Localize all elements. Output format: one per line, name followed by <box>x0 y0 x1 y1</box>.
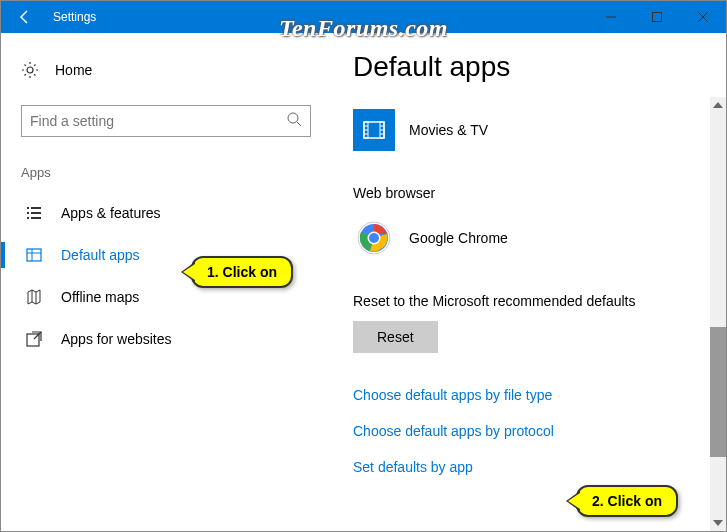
category-video-player <box>353 95 716 97</box>
svg-rect-5 <box>27 207 29 209</box>
svg-rect-1 <box>653 13 662 22</box>
search-input[interactable] <box>30 113 286 129</box>
svg-rect-7 <box>27 212 29 214</box>
nav-label: Default apps <box>61 247 140 263</box>
link-choose-by-protocol[interactable]: Choose default apps by protocol <box>353 413 716 449</box>
home-label: Home <box>55 62 92 78</box>
open-icon <box>25 330 43 348</box>
scrollbar[interactable] <box>710 97 726 531</box>
link-choose-by-filetype[interactable]: Choose default apps by file type <box>353 377 716 413</box>
defaults-icon <box>25 246 43 264</box>
svg-rect-10 <box>31 217 41 219</box>
titlebar: Settings <box>1 1 726 33</box>
search-box[interactable] <box>21 105 311 137</box>
map-icon <box>25 288 43 306</box>
reset-button[interactable]: Reset <box>353 321 438 353</box>
page-title: Default apps <box>353 51 716 83</box>
svg-point-3 <box>288 113 298 123</box>
window-title: Settings <box>49 10 96 24</box>
app-name: Movies & TV <box>409 122 488 138</box>
main-panel: Default apps Movies & TV Web browser Goo… <box>329 33 726 531</box>
sidebar-item-apps-features[interactable]: Apps & features <box>21 192 329 234</box>
category-web-browser: Web browser <box>353 185 716 201</box>
svg-line-17 <box>34 332 41 339</box>
sidebar-item-apps-websites[interactable]: Apps for websites <box>21 318 329 360</box>
link-set-defaults-by-app[interactable]: Set defaults by app <box>353 449 716 485</box>
app-tile-chrome[interactable]: Google Chrome <box>353 211 716 265</box>
svg-point-30 <box>369 233 379 243</box>
gear-icon <box>21 61 39 79</box>
svg-rect-6 <box>31 207 41 209</box>
callout-step-1: 1. Click on <box>191 256 293 288</box>
scrollbar-thumb[interactable] <box>710 327 726 457</box>
maximize-button[interactable] <box>634 1 680 33</box>
list-icon <box>25 204 43 222</box>
app-tile-movies-tv[interactable]: Movies & TV <box>353 103 716 157</box>
home-link[interactable]: Home <box>21 53 329 87</box>
back-button[interactable] <box>1 1 49 33</box>
reset-description: Reset to the Microsoft recommended defau… <box>353 293 716 309</box>
scroll-area[interactable]: Movies & TV Web browser Google Chrome Re… <box>353 95 716 532</box>
search-icon <box>286 111 302 131</box>
nav-label: Apps & features <box>61 205 161 221</box>
app-name: Google Chrome <box>409 230 508 246</box>
svg-rect-8 <box>31 212 41 214</box>
scroll-up-arrow[interactable] <box>710 97 726 113</box>
svg-rect-11 <box>27 249 41 261</box>
minimize-button[interactable] <box>588 1 634 33</box>
nav-label: Apps for websites <box>61 331 172 347</box>
callout-step-2: 2. Click on <box>576 485 678 517</box>
svg-rect-9 <box>27 217 29 219</box>
section-label: Apps <box>21 165 329 180</box>
nav-label: Offline maps <box>61 289 139 305</box>
close-button[interactable] <box>680 1 726 33</box>
svg-point-2 <box>27 67 33 73</box>
movies-tv-icon <box>353 109 395 151</box>
svg-line-4 <box>297 122 301 126</box>
chrome-icon <box>353 217 395 259</box>
window-controls <box>588 1 726 33</box>
scroll-down-arrow[interactable] <box>710 515 726 531</box>
